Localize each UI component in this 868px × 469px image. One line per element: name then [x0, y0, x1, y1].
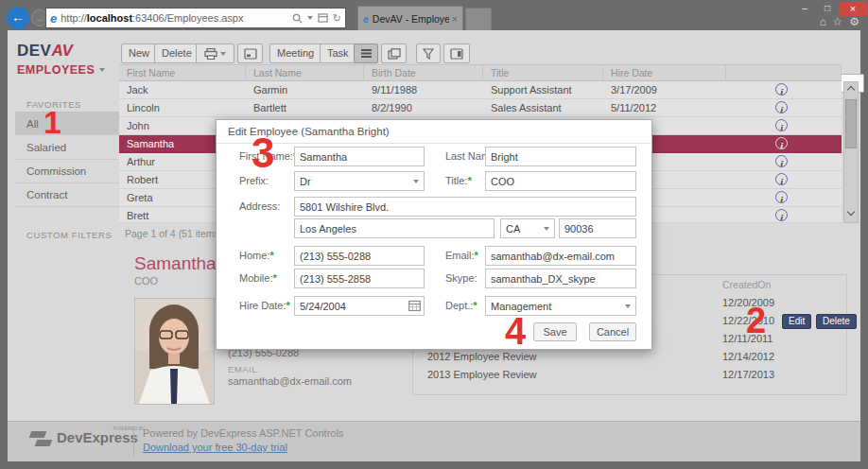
annotation-3: 3 — [252, 132, 274, 174]
minimize-button[interactable]: – — [794, 2, 815, 16]
logo-dropdown-icon[interactable] — [99, 68, 105, 72]
chevron-down-icon — [625, 304, 631, 308]
delete-button[interactable]: Delete — [154, 43, 200, 63]
column-header-birth-date[interactable]: Birth Date — [364, 65, 483, 80]
annotation-2: 2 — [746, 303, 766, 339]
address-field[interactable] — [294, 197, 636, 217]
maximize-button[interactable]: □ — [817, 2, 838, 16]
devexpress-logo-text: DevExpress — [57, 429, 138, 445]
required-mark: * — [473, 300, 477, 311]
first-name-field[interactable] — [294, 147, 425, 166]
info-icon[interactable]: i — [775, 83, 788, 96]
print-dropdown-icon — [220, 52, 226, 56]
print-button[interactable] — [196, 43, 234, 63]
app-logo: DEVAV EMPLOYEES — [17, 42, 105, 78]
column-header-last-name[interactable]: Last Name — [246, 65, 364, 80]
edit-button[interactable]: Edit — [782, 314, 811, 329]
scroll-down-icon[interactable] — [847, 208, 855, 216]
created-on-header[interactable]: CreatedOn — [722, 279, 771, 290]
column-header-title[interactable]: Title — [483, 65, 603, 80]
info-icon[interactable]: i — [775, 173, 788, 185]
devexpress-logo-sup: POWERED BY — [113, 426, 146, 431]
logo-av: AV — [51, 42, 72, 60]
sidebar-item-commission[interactable]: Commission — [15, 160, 119, 183]
address-bar[interactable]: e http://localhost:63406/Employees.aspx … — [45, 8, 346, 28]
printer-icon — [204, 48, 217, 60]
settings-gear-icon[interactable]: ⚙ — [849, 15, 859, 28]
info-icon[interactable]: i — [775, 119, 788, 131]
title-field[interactable] — [485, 171, 636, 191]
skype-field[interactable] — [485, 269, 636, 288]
tab-close-icon[interactable]: × — [452, 13, 458, 25]
email-field[interactable] — [485, 246, 636, 266]
employee-photo — [134, 298, 215, 405]
tab-favicon-icon: e — [363, 13, 369, 25]
required-mark: * — [272, 272, 276, 284]
evaluation-row[interactable]: 2013 Employee Review 12/17/2013 — [413, 366, 846, 384]
table-row[interactable]: LincolnBartlett8/2/1990Sales Assistant5/… — [119, 99, 842, 117]
browser-tab[interactable]: e DevAV - Employees × — [357, 6, 463, 30]
detail-panel-button[interactable] — [443, 43, 470, 63]
home-phone-field[interactable] — [294, 246, 425, 266]
cancel-button[interactable]: Cancel — [589, 322, 636, 341]
trial-download-link[interactable]: Download your free 30-day trial — [143, 442, 287, 453]
logo-employees[interactable]: EMPLOYEES — [17, 63, 95, 77]
search-dropdown-icon[interactable] — [307, 16, 313, 20]
city-field[interactable] — [294, 218, 495, 238]
footer-divider — [133, 427, 134, 456]
dialog-separator — [217, 143, 651, 144]
info-icon[interactable]: i — [775, 209, 788, 221]
export-button[interactable] — [237, 43, 263, 63]
task-button[interactable]: Task — [320, 43, 356, 63]
filter-button[interactable] — [416, 43, 441, 63]
chevron-down-icon — [544, 227, 549, 231]
close-button[interactable]: × — [839, 2, 867, 16]
scroll-up-icon[interactable] — [847, 86, 855, 94]
list-view-button[interactable] — [354, 43, 378, 63]
column-header-first-name[interactable]: First Name — [119, 65, 246, 80]
custom-filters-header: CUSTOM FILTERS — [26, 230, 112, 240]
hire-date-field[interactable] — [294, 296, 425, 316]
powered-by-text: Powered by DevExpress ASP.NET Controls — [143, 427, 343, 439]
scrollbar-thumb[interactable] — [845, 99, 857, 148]
info-icon[interactable]: i — [775, 101, 788, 113]
compatibility-icon[interactable] — [318, 13, 328, 23]
grid-header[interactable]: First Name Last Name Birth Date Title Hi… — [119, 64, 842, 81]
card-view-button[interactable] — [381, 43, 407, 63]
sidebar-item-all[interactable]: All — [15, 112, 119, 135]
table-row[interactable]: JackGarmin9/11/1988Support Assistant3/17… — [119, 81, 842, 99]
info-icon[interactable]: i — [775, 137, 788, 149]
home-phone-label: Home:* — [239, 250, 274, 261]
vertical-scrollbar[interactable] — [843, 81, 859, 223]
tab-title: DevAV - Employees — [373, 13, 449, 25]
zip-field[interactable] — [559, 218, 636, 238]
email-label: EMAIL — [228, 364, 257, 374]
detail-email[interactable]: samanthab@dx-email.com — [228, 375, 352, 387]
sidebar-item-contract[interactable]: Contract — [15, 183, 119, 207]
home-icon[interactable]: ⌂ — [820, 15, 826, 28]
back-button[interactable]: ← — [7, 7, 29, 29]
detail-panel-icon — [450, 48, 463, 60]
search-icon[interactable] — [292, 13, 303, 24]
save-button[interactable]: Save — [533, 322, 577, 341]
last-name-field[interactable] — [485, 147, 636, 166]
filter-funnel-icon — [423, 48, 434, 60]
delete-button[interactable]: Delete — [816, 314, 857, 329]
calendar-icon[interactable] — [408, 300, 421, 311]
favorites-star-icon[interactable]: ☆ — [832, 15, 842, 28]
address-label: Address: — [239, 200, 280, 212]
info-icon[interactable]: i — [775, 155, 788, 167]
evaluation-row[interactable]: 2012 Employee Review 12/14/2012 — [413, 348, 846, 366]
refresh-icon[interactable]: ↻ — [333, 12, 341, 25]
annotation-1: 1 — [43, 106, 61, 138]
meeting-button[interactable]: Meeting — [269, 43, 321, 63]
new-tab-button[interactable] — [465, 8, 492, 30]
detail-employee-title: COO — [134, 275, 158, 287]
new-button[interactable]: New — [121, 43, 157, 63]
sidebar-item-salaried[interactable]: Salaried — [15, 136, 119, 160]
state-dropdown[interactable]: CA — [500, 218, 555, 238]
column-header-hire-date[interactable]: Hire Date — [603, 65, 726, 80]
info-icon[interactable]: i — [775, 191, 788, 203]
prefix-dropdown[interactable]: Dr — [294, 171, 425, 191]
mobile-phone-field[interactable] — [294, 269, 425, 288]
